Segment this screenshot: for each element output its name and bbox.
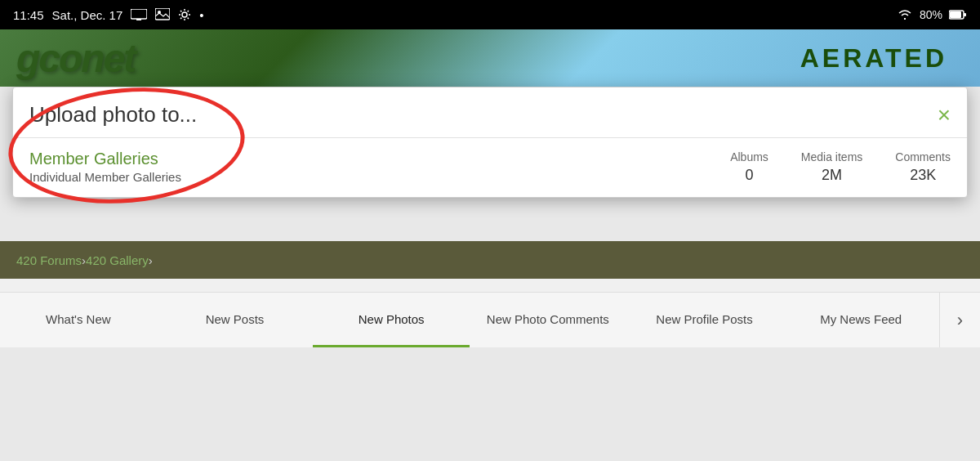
svg-rect-1 (136, 19, 141, 20)
svg-rect-6 (950, 11, 961, 18)
status-bar: 11:45 Sat., Dec. 17 • 80% (0, 0, 980, 29)
gear-icon (178, 8, 191, 21)
gallery-info: Member Galleries Individual Member Galle… (29, 150, 181, 184)
gallery-name[interactable]: Member Galleries (29, 150, 181, 168)
time: 11:45 (13, 8, 44, 22)
site-header: gconet AERATED (0, 29, 980, 87)
image-icon (155, 8, 170, 21)
modal-header: Upload photo to... × (13, 87, 967, 138)
svg-rect-0 (131, 9, 147, 19)
modal-title: Upload photo to... (29, 102, 197, 128)
albums-value: 0 (745, 167, 753, 184)
breadcrumb-forums[interactable]: 420 Forums (16, 253, 82, 267)
svg-rect-2 (155, 8, 170, 20)
modal-stats: Albums 0 Media items 2M Comments 23K (730, 150, 951, 184)
wifi-icon (897, 8, 913, 21)
tab-new-profile-posts[interactable]: New Profile Posts (626, 293, 783, 347)
status-left: 11:45 Sat., Dec. 17 • (13, 8, 204, 22)
site-aerated-text: AERATED (800, 43, 947, 74)
albums-stat: Albums 0 (730, 150, 768, 184)
upload-modal: Upload photo to... × Member Galleries In… (12, 87, 968, 198)
tab-new-photo-comments[interactable]: New Photo Comments (470, 293, 626, 347)
date: Sat., Dec. 17 (52, 8, 123, 22)
tab-whats-new[interactable]: What's New (0, 293, 157, 347)
svg-point-4 (182, 12, 187, 17)
breadcrumb-bar: 420 Forums › 420 Gallery › (0, 241, 980, 279)
site-logo: gconet (16, 36, 135, 81)
breadcrumb-sep2: › (149, 253, 153, 267)
gallery-subtitle: Individual Member Galleries (29, 170, 181, 184)
tab-my-news-feed[interactable]: My News Feed (782, 293, 939, 347)
status-right: 80% (897, 8, 967, 21)
breadcrumb-gallery[interactable]: 420 Gallery (86, 253, 149, 267)
albums-label: Albums (730, 150, 768, 163)
media-label: Media items (801, 150, 862, 163)
media-value: 2M (822, 167, 842, 184)
battery-percent: 80% (920, 8, 942, 21)
svg-rect-7 (964, 13, 966, 16)
media-stat: Media items 2M (801, 150, 862, 184)
page-content: 420 Forums › 420 Gallery › New Photos ⊞ … (0, 241, 980, 347)
comments-label: Comments (895, 150, 951, 163)
tab-new-photos[interactable]: New Photos (313, 293, 470, 347)
comments-stat: Comments 23K (895, 150, 951, 184)
bottom-tabs: What's New New Posts New Photos New Phot… (0, 292, 980, 347)
comments-value: 23K (910, 167, 936, 184)
modal-body: Member Galleries Individual Member Galle… (13, 138, 967, 197)
dot-indicator: • (199, 8, 203, 22)
screen-icon (131, 9, 147, 20)
tabs-next-button[interactable]: › (939, 293, 980, 347)
battery-icon (949, 10, 967, 20)
modal-close-button[interactable]: × (938, 104, 951, 127)
tab-new-posts[interactable]: New Posts (157, 293, 314, 347)
